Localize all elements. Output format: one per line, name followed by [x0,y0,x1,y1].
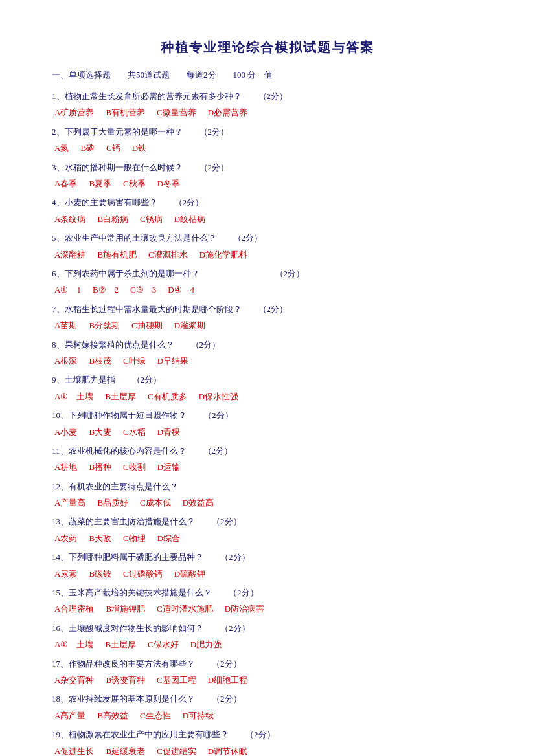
option-item: C灌溉排水 [148,250,188,260]
question-text: 8、果树嫁接繁殖的优点是什么？ （2分） [52,337,483,352]
option-item: C叶绿 [123,356,146,366]
option-item: A苗期 [54,320,77,330]
option-item: B白粉病 [97,214,128,224]
option-item: C水稻 [123,427,146,437]
option-item: B品质好 [97,498,128,507]
option-item: B延缓衰老 [106,746,145,756]
option-item: D④ 4 [168,285,194,295]
option-item: A氮 [54,143,69,153]
question-block: 19、植物激素在农业生产中的应用主要有哪些？ （2分）A促进生长B延缓衰老C促进… [52,727,483,756]
option-item: B② 2 [93,285,119,295]
options-line: A农药B天敌C物理D综合 [52,531,483,546]
options-line: A合理密植B增施钾肥C适时灌水施肥D防治病害 [52,601,483,616]
option-item: C锈病 [140,214,163,224]
question-block: 2、下列属于大量元素的是哪一种？ （2分）A氮B磷C钙D铁 [52,124,483,156]
option-item: D调节休眠 [208,746,247,756]
question-block: 12、有机农业的主要特点是什么？A产量高B品质好C成本低D效益高 [52,479,483,511]
option-item: B天敌 [89,533,111,543]
option-item: B夏季 [89,179,111,188]
question-text: 15、玉米高产栽培的关键技术措施是什么？ （2分） [52,585,483,600]
option-item: C过磷酸钙 [123,569,163,579]
option-item: C生态性 [140,711,171,720]
question-block: 11、农业机械化的核心内容是什么？ （2分）A耕地B播种C收割D运输 [52,443,483,475]
question-block: 17、作物品种改良的主要方法有哪些？ （2分）A杂交育种B诱变育种C基因工程D细… [52,656,483,688]
question-block: 9、土壤肥力是指 （2分）A① 土壤B土层厚C有机质多D保水性强 [52,372,483,404]
question-block: 6、下列农药中属于杀虫剂的是哪一种？ （2分）A① 1B② 2C③ 3D④ 4 [52,266,483,298]
question-text: 5、农业生产中常用的土壤改良方法是什么？ （2分） [52,230,483,245]
question-text: 17、作物品种改良的主要方法有哪些？ （2分） [52,656,483,671]
options-line: A产量高B品质好C成本低D效益高 [52,495,483,510]
question-block: 18、农业持续发展的基本原则是什么？ （2分）A高产量B高效益C生态性D可持续 [52,691,483,723]
option-item: C促进结实 [157,746,196,756]
options-line: A高产量B高效益C生态性D可持续 [52,708,483,723]
option-item: D细胞工程 [208,675,247,685]
option-item: A深翻耕 [54,250,85,260]
question-block: 8、果树嫁接繁殖的优点是什么？ （2分）A根深B枝茂C叶绿D早结果 [52,337,483,369]
option-item: D可持续 [183,711,214,720]
options-line: A苗期B分蘖期C抽穗期D灌浆期 [52,318,483,333]
question-block: 15、玉米高产栽培的关键技术措施是什么？ （2分）A合理密植B增施钾肥C适时灌水… [52,585,483,617]
option-item: B枝茂 [89,356,111,366]
option-item: D效益高 [183,498,214,507]
option-item: B诱变育种 [106,675,145,685]
option-item: D青稞 [157,427,180,437]
question-text: 11、农业机械化的核心内容是什么？ （2分） [52,443,483,458]
option-item: C基因工程 [157,675,196,685]
option-item: B施有机肥 [97,250,137,260]
option-item: D运输 [157,462,180,472]
options-line: A尿素B碳铵C过磷酸钙D硫酸钾 [52,566,483,581]
question-text: 3、水稻的播种期一般在什么时候？ （2分） [52,160,483,175]
question-text: 1、植物正常生长发育所必需的营养元素有多少种？ （2分） [52,89,483,104]
question-text: 18、农业持续发展的基本原则是什么？ （2分） [52,691,483,706]
option-item: C物理 [123,533,146,543]
question-text: 12、有机农业的主要特点是什么？ [52,479,483,494]
options-line: A矿质营养B有机营养C微量营养D必需营养 [52,105,483,120]
option-item: B分蘖期 [89,320,120,330]
options-line: A① 土壤B土层厚C保水好D肥力强 [52,637,483,652]
intro-line: 一、单项选择题 共50道试题 每道2分 100 分 值 [52,68,483,82]
question-text: 10、下列哪种作物属于短日照作物？ （2分） [52,408,483,423]
option-item: D硫酸钾 [174,569,205,579]
option-item: C微量营养 [157,107,196,117]
options-line: A小麦B大麦C水稻D青稞 [52,425,483,439]
option-item: C适时灌水施肥 [157,604,213,614]
option-item: A① 土壤 [54,392,93,401]
question-block: 5、农业生产中常用的土壤改良方法是什么？ （2分）A深翻耕B施有机肥C灌溉排水D… [52,230,483,262]
questions-container: 1、植物正常生长发育所必需的营养元素有多少种？ （2分）A矿质营养B有机营养C微… [52,89,483,756]
question-text: 13、蔬菜的主要害虫防治措施是什么？ （2分） [52,514,483,529]
option-item: B碳铵 [89,569,111,579]
options-line: A氮B磷C钙D铁 [52,140,483,155]
options-line: A深翻耕B施有机肥C灌溉排水D施化学肥料 [52,247,483,262]
option-item: B土层厚 [105,392,136,401]
option-item: B增施钾肥 [106,604,145,614]
question-text: 6、下列农药中属于杀虫剂的是哪一种？ （2分） [52,266,483,281]
option-item: C钙 [106,143,120,153]
question-block: 3、水稻的播种期一般在什么时候？ （2分）A春季B夏季C秋季D冬季 [52,160,483,192]
option-item: A春季 [54,179,77,188]
option-item: D灌浆期 [174,320,205,330]
option-item: B大麦 [89,427,111,437]
option-item: D施化学肥料 [199,250,247,260]
options-line: A① 1B② 2C③ 3D④ 4 [52,282,483,297]
option-item: D综合 [157,533,180,543]
question-block: 7、水稻生长过程中需水量最大的时期是哪个阶段？ （2分）A苗期B分蘖期C抽穗期D… [52,302,483,333]
option-item: A根深 [54,356,77,366]
question-text: 2、下列属于大量元素的是哪一种？ （2分） [52,124,483,139]
option-item: D早结果 [157,356,188,366]
question-text: 9、土壤肥力是指 （2分） [52,372,483,387]
option-item: A矿质营养 [54,107,94,117]
option-item: B播种 [89,462,111,472]
option-item: C③ 3 [130,285,156,295]
option-item: B土层厚 [105,639,136,649]
option-item: C保水好 [148,639,179,649]
options-line: A耕地B播种C收割D运输 [52,460,483,474]
options-line: A杂交育种B诱变育种C基因工程D细胞工程 [52,673,483,687]
intro-text: 一、单项选择题 共50道试题 每道2分 100 分 值 [52,70,273,80]
option-item: D肥力强 [190,639,222,649]
question-text: 19、植物激素在农业生产中的应用主要有哪些？ （2分） [52,727,483,742]
options-line: A条纹病B白粉病C锈病D纹枯病 [52,212,483,227]
options-line: A根深B枝茂C叶绿D早结果 [52,353,483,368]
option-item: C有机质多 [148,392,187,401]
question-block: 10、下列哪种作物属于短日照作物？ （2分）A小麦B大麦C水稻D青稞 [52,408,483,439]
question-text: 16、土壤酸碱度对作物生长的影响如何？ （2分） [52,621,483,636]
